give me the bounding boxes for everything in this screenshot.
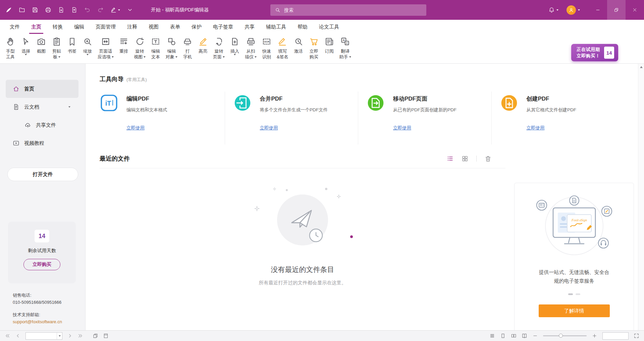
ribbon-tool-fit-options[interactable]: 页面适应选项: [95, 36, 116, 60]
zoom-in-button[interactable]: [592, 333, 597, 339]
ribbon-tool-activate[interactable]: 激活: [291, 36, 306, 54]
open-file-icon[interactable]: [18, 7, 25, 13]
page-number-input[interactable]: [26, 334, 57, 338]
menu-item-protect[interactable]: 保护: [186, 20, 207, 34]
account-menu[interactable]: [567, 5, 580, 15]
scroll-up-arrow[interactable]: [640, 66, 643, 68]
zoom-level-box[interactable]: [602, 332, 629, 340]
menu-item-comment[interactable]: 注释: [121, 20, 143, 34]
redo-icon[interactable]: [97, 7, 104, 13]
tool-card-use-link[interactable]: 立即使用: [393, 125, 411, 131]
zoom-slider[interactable]: [543, 335, 587, 336]
open-file-button[interactable]: 打开文件: [7, 168, 78, 181]
scroll-mode-button[interactable]: [489, 333, 495, 339]
ribbon-tool-rotate-pages[interactable]: 旋转页面: [211, 36, 227, 60]
prev-page-button[interactable]: [15, 333, 21, 339]
menu-item-convert[interactable]: 转换: [47, 20, 68, 34]
menu-item-esign[interactable]: 电子签章: [207, 20, 239, 34]
ribbon-tool-highlight[interactable]: 高亮: [195, 36, 211, 54]
carousel-dot-1[interactable]: [568, 293, 573, 295]
ribbon-tool-reflow[interactable]: 重排: [116, 36, 131, 54]
sidebar-nav: 首页云文档共享文件视频教程: [0, 64, 85, 152]
zoom-level-input[interactable]: [603, 333, 628, 339]
ribbon-tool-quick-ocr[interactable]: OCR快速识别: [259, 36, 274, 60]
first-page-button[interactable]: [5, 333, 10, 339]
print-icon[interactable]: [45, 7, 51, 13]
learn-more-button[interactable]: 了解详情: [539, 304, 610, 317]
ribbon-tool-typewriter[interactable]: 打字机: [180, 36, 195, 60]
tool-card-create-pdf[interactable]: 创建PDF从其它格式文件创建PDF立即使用: [491, 92, 625, 145]
menu-item-home[interactable]: 主页: [25, 20, 47, 34]
export-doc-icon[interactable]: [58, 7, 64, 13]
menu-item-thesis-tools[interactable]: 论文工具: [313, 20, 345, 34]
single-page-button[interactable]: [500, 333, 506, 339]
zoom-slider-thumb[interactable]: [559, 334, 563, 338]
fullscreen-button[interactable]: [634, 333, 639, 339]
vertical-scrollbar[interactable]: [638, 64, 644, 330]
ribbon-tool-edit-text[interactable]: 编辑文本: [148, 36, 163, 60]
menu-item-edit[interactable]: 编辑: [68, 20, 90, 34]
close-button[interactable]: [626, 0, 644, 20]
global-search[interactable]: [270, 4, 426, 16]
sidebar-item-video-tutorials[interactable]: 视频教程: [6, 134, 78, 152]
ribbon-tool-zoom[interactable]: 缩放: [80, 36, 95, 55]
tool-card-use-link[interactable]: 立即使用: [260, 125, 278, 131]
ribbon-tool-insert[interactable]: 插入: [227, 36, 243, 55]
tool-card-edit-pdf[interactable]: iT编辑PDF编辑文档和文本格式立即使用: [100, 92, 225, 145]
ribbon-tool-fill-sign[interactable]: 填写&签名: [274, 36, 291, 60]
ribbon-tool-bookmark[interactable]: 书签: [64, 36, 80, 54]
ribbon-tool-snapshot[interactable]: 截图: [34, 36, 49, 54]
undo-icon[interactable]: [84, 7, 91, 13]
share-doc-icon[interactable]: [71, 7, 77, 13]
min-button[interactable]: [589, 0, 607, 20]
restore-button[interactable]: [607, 0, 626, 20]
sidebar-item-cloud-docs[interactable]: 云文档: [6, 98, 78, 116]
page-dropdown-button[interactable]: [57, 333, 62, 339]
quick-sign-button[interactable]: [110, 7, 120, 13]
list-view-button[interactable]: [447, 155, 453, 162]
sidebar-item-home[interactable]: 首页: [6, 80, 78, 98]
menu-item-accessibility-tools[interactable]: 辅助工具: [260, 20, 292, 34]
tool-card-use-link[interactable]: 立即使用: [527, 125, 545, 131]
split-view-button[interactable]: [103, 333, 109, 339]
ribbon-toggle-icon[interactable]: [126, 7, 133, 13]
book-view-button[interactable]: [522, 333, 527, 339]
ribbon-tool-rotate-view[interactable]: 旋转视图: [131, 36, 148, 60]
ribbon-tool-from-scanner[interactable]: 从扫描仪: [243, 36, 259, 60]
carousel-dot-2[interactable]: [576, 293, 580, 295]
search-input[interactable]: [284, 7, 422, 13]
trial-badge[interactable]: 正在试用期 立即购买！ 14: [571, 44, 618, 61]
menu-item-help[interactable]: 帮助: [292, 20, 313, 34]
grid-view-button[interactable]: [462, 155, 468, 162]
menu-item-share[interactable]: 共享: [239, 20, 260, 34]
notifications-button[interactable]: [548, 7, 558, 13]
last-page-button[interactable]: [77, 333, 83, 339]
save-icon[interactable]: [32, 7, 38, 13]
tool-card-move-pdf-pages[interactable]: 移动PDF页面从已有的PDF页面创建新的PDF立即使用: [358, 92, 491, 145]
clear-recent-button[interactable]: [485, 155, 491, 162]
page-number-combobox[interactable]: [25, 332, 62, 340]
new-window-button[interactable]: [93, 333, 98, 339]
typewriter-icon: [183, 36, 192, 47]
ribbon-tool-edit-object[interactable]: 编辑对象: [163, 36, 180, 60]
menu-item-form[interactable]: 表单: [164, 20, 186, 34]
ribbon-tool-buy-now[interactable]: 立即购买: [306, 36, 322, 60]
zoom-out-button[interactable]: [532, 333, 538, 339]
buy-now-button[interactable]: 立即购买: [23, 259, 60, 270]
sidebar-item-shared-files[interactable]: 共享文件: [6, 116, 78, 134]
facing-pages-button[interactable]: [511, 333, 517, 339]
ribbon-tool-translate-assistant[interactable]: A文翻译助手: [337, 36, 354, 60]
ribbon-tool-hand-tool[interactable]: 手型工具: [3, 36, 18, 60]
menu-item-view[interactable]: 视图: [143, 20, 164, 34]
next-page-button[interactable]: [67, 333, 73, 339]
ribbon-tool-label: 翻译助手: [339, 48, 351, 60]
ribbon-tool-clipboard[interactable]: 剪贴板: [49, 36, 64, 60]
tool-card-merge-pdf[interactable]: 合并PDF将多个文件合并生成一个PDF文件立即使用: [225, 92, 358, 145]
fill-sign-icon: [278, 36, 287, 47]
support-email-link[interactable]: support@foxitsoftware.cn: [13, 319, 62, 324]
menu-item-page-organize[interactable]: 页面管理: [90, 20, 121, 34]
tool-card-use-link[interactable]: 立即使用: [126, 125, 145, 131]
menu-item-file[interactable]: 文件: [4, 20, 25, 34]
ribbon-tool-subscribe[interactable]: 订阅: [322, 36, 337, 54]
ribbon-tool-select[interactable]: 选择: [18, 36, 34, 55]
